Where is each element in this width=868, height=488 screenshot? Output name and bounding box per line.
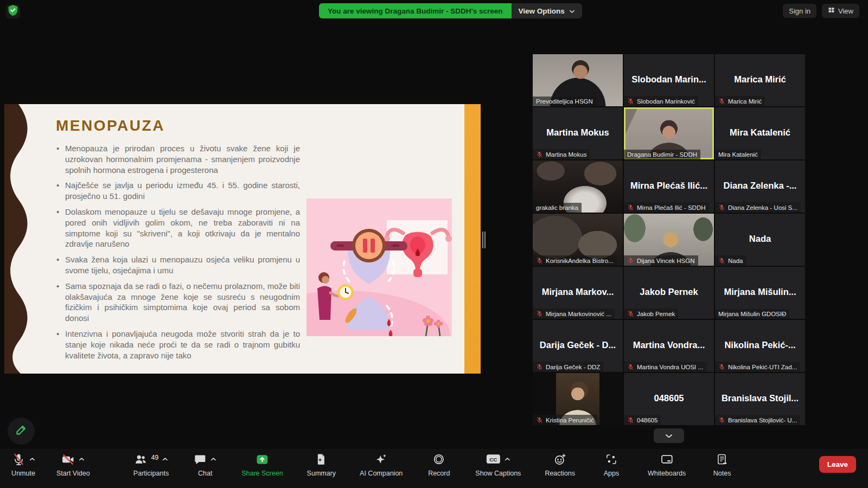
- participants-count-badge: 49: [151, 454, 158, 461]
- slide-left-accent: [4, 104, 37, 374]
- participant-name-centered: Diana Zelenka -...: [717, 181, 803, 191]
- muted-mic-icon: [627, 416, 634, 423]
- toolbar-apps-button[interactable]: Apps: [599, 453, 624, 477]
- participant-tile[interactable]: Dijana Vincek HSGN: [624, 214, 714, 266]
- toolbar-participants-button[interactable]: 49Participants: [133, 453, 169, 477]
- participant-tile[interactable]: Mirna Plećaš Ilić...Mirna Plećaš Ilić - …: [624, 160, 714, 213]
- toolbar-whiteboards-button[interactable]: Whiteboards: [648, 453, 686, 477]
- chevron-up-icon: [210, 457, 216, 461]
- participant-name-centered: Jakob Pernek: [626, 287, 712, 297]
- muted-mic-icon: [536, 310, 543, 317]
- pencil-icon: [14, 423, 28, 439]
- participant-tile[interactable]: Darija Geček - D...Darija Geček - DDZ: [533, 320, 623, 372]
- shared-screen-slide: MENOPAUZA Menopauza je prirodan proces u…: [4, 104, 481, 374]
- slide-right-accent: [464, 104, 481, 374]
- toolbar-reactions-button[interactable]: Reactions: [545, 453, 575, 477]
- participant-tile[interactable]: 048605048605: [624, 373, 714, 425]
- participant-tile[interactable]: Diana Zelenka -...Diana Zelenka - Uosi S…: [715, 160, 805, 213]
- panel-resize-handle[interactable]: [482, 232, 486, 248]
- participant-tile[interactable]: Martina Vondra...Martina Vondra UOSI ...: [624, 320, 714, 372]
- participant-name-label: Mirna Plećaš Ilić - SDDH: [624, 202, 709, 213]
- participant-tile[interactable]: Nikolina Pekić-...Nikolina Pekić-UTI Zad…: [715, 320, 805, 372]
- participant-tile[interactable]: Mira KatalenićMira Katalenić: [715, 107, 805, 159]
- participant-name-label: Darija Geček - DDZ: [533, 362, 603, 372]
- participant-tile[interactable]: Kristina Peruničić: [533, 373, 623, 425]
- participant-tile[interactable]: Marica MirićMarica Mirić: [715, 54, 805, 106]
- toolbar-item-label: Summary: [307, 470, 336, 477]
- mic-muted-icon: [12, 453, 25, 466]
- toolbar-item-label: Show Captions: [475, 470, 521, 477]
- toolbar-menu-caret[interactable]: [210, 454, 216, 464]
- toolbar-menu-caret[interactable]: [505, 454, 510, 464]
- chevron-down-icon: [665, 433, 673, 439]
- participant-name-centered: Mirjana Markov...: [535, 287, 621, 297]
- participant-name-label: Kristina Peruničić: [533, 415, 597, 425]
- participant-name-centered: Martina Mokus: [535, 127, 621, 138]
- participant-name-label: KorisnikAnđelka Bistro...: [533, 255, 617, 266]
- participant-tile[interactable]: Martina MokusMartina Mokus: [533, 107, 623, 159]
- chat-icon: [194, 453, 207, 466]
- participant-tile[interactable]: NadaNada: [715, 214, 805, 266]
- participant-name-centered: 048605: [626, 393, 712, 403]
- toolbar-ai-companion-button[interactable]: AI Companion: [360, 453, 403, 477]
- participant-tile[interactable]: KorisnikAnđelka Bistro...: [533, 214, 623, 266]
- toolbar-record-button[interactable]: Record: [426, 453, 451, 477]
- summary-icon: [315, 453, 328, 466]
- participant-name-label: Nikolina Pekić-UTI Zad...: [715, 362, 800, 372]
- toolbar-notes-button[interactable]: Notes: [710, 453, 735, 477]
- participant-name-centered: Slobodan Marin...: [626, 74, 712, 85]
- sign-in-button[interactable]: Sign in: [783, 4, 816, 18]
- muted-mic-icon: [718, 204, 725, 211]
- participant-tile-active-speaker[interactable]: Dragana Budimir - SDDH: [624, 107, 714, 159]
- toolbar-show-captions-button[interactable]: CCShow Captions: [475, 453, 521, 477]
- slide-bullet: Menopauza je prirodan proces u životu sv…: [56, 143, 300, 175]
- participant-tile[interactable]: Jakob PernekJakob Pernek: [624, 267, 714, 319]
- participant-tile[interactable]: grakalic branka: [533, 160, 623, 213]
- muted-mic-icon: [627, 257, 634, 264]
- participant-tile[interactable]: Branislava Stojil...Branislava Stojilovi…: [715, 373, 805, 425]
- view-button[interactable]: View: [822, 4, 859, 18]
- participant-tile[interactable]: Mirjana Markov...Mirjana Markovinović ..…: [533, 267, 623, 319]
- participant-tile[interactable]: Prevoditeljica HSGN: [533, 54, 623, 106]
- slide-bullet: Najčešće se javlja u periodu između 45. …: [56, 180, 300, 202]
- participant-name-label: Nada: [715, 255, 746, 266]
- view-options-button[interactable]: View Options: [512, 3, 582, 18]
- muted-mic-icon: [536, 257, 543, 264]
- participant-name-centered: Darija Geček - D...: [535, 340, 621, 350]
- toolbar-summary-button[interactable]: Summary: [307, 453, 336, 477]
- sign-in-label: Sign in: [789, 7, 810, 15]
- participant-tile[interactable]: Mirjana Mišulin...Mirjana Mišulin GDOSIĐ: [715, 267, 805, 319]
- toolbar-item-label: Record: [428, 470, 450, 477]
- chevron-up-icon: [162, 457, 168, 461]
- notes-icon: [716, 453, 729, 466]
- participant-name-centered: Nikolina Pekić-...: [717, 340, 803, 350]
- muted-mic-icon: [627, 310, 634, 317]
- annotate-button[interactable]: [8, 418, 35, 445]
- participant-name-label: Mirjana Markovinović ...: [533, 309, 615, 319]
- ai-companion-icon: [374, 453, 388, 466]
- toolbar-menu-caret[interactable]: [79, 454, 85, 464]
- participant-name-label: Jakob Pernek: [624, 309, 678, 319]
- toolbar-item-label: Chat: [198, 470, 212, 477]
- participant-name-label: Prevoditeljica HSGN: [533, 97, 596, 106]
- video-muted-icon: [61, 453, 75, 466]
- chevron-down-icon: [569, 9, 575, 14]
- whiteboards-icon: [660, 453, 674, 466]
- more-participants-button[interactable]: [654, 428, 684, 443]
- toolbar-unmute-button[interactable]: Unmute: [11, 453, 36, 477]
- toolbar-chat-button[interactable]: Chat: [193, 453, 218, 477]
- toolbar-menu-caret[interactable]: [29, 454, 35, 464]
- participant-name-label: Slobodan Marinković: [624, 96, 698, 106]
- leave-button[interactable]: Leave: [819, 456, 856, 473]
- participant-tile[interactable]: Slobodan Marin...Slobodan Marinković: [624, 54, 714, 106]
- toolbar-item-label: Participants: [133, 470, 169, 477]
- toolbar-share-screen-button[interactable]: Share Screen: [241, 453, 283, 477]
- toolbar-start-video-button[interactable]: Start Video: [56, 453, 90, 477]
- participant-name-label: Martina Vondra UOSI ...: [624, 362, 706, 372]
- muted-mic-icon: [718, 416, 725, 423]
- slide-bullet-list: Menopauza je prirodan proces u životu sv…: [56, 143, 300, 361]
- participant-name-centered: Martina Vondra...: [626, 340, 712, 350]
- toolbar-menu-caret[interactable]: [162, 454, 168, 464]
- security-shield-button[interactable]: [6, 4, 20, 18]
- slide-bullet: Dolaskom menopauze u tijelu se dešavaju …: [56, 207, 300, 249]
